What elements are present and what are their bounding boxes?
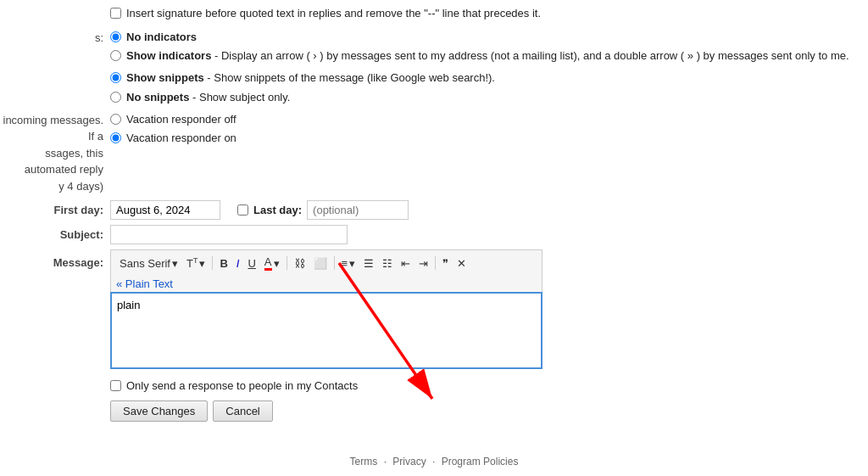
vacation-off-radio[interactable] [110,114,121,125]
ul-button[interactable]: ☰ [360,255,377,272]
message-content: Sans Serif ▾ TT ▾ B I U [110,249,868,372]
underline-icon: U [248,257,255,270]
ul-icon: ☰ [364,257,374,270]
only-send-checkbox-row[interactable]: Only send a response to people in my Con… [110,379,868,392]
link-button[interactable]: ⛓ [291,255,309,272]
font-family-button[interactable]: Sans Serif ▾ [116,255,181,272]
no-snippets-radio[interactable] [110,92,121,103]
vacation-side-label: incoming messages. If a ssages, this aut… [0,112,110,195]
vacation-on-label: Vacation responder on [126,131,236,146]
vacation-responder-section: incoming messages. If a ssages, this aut… [0,109,868,199]
snippets-content: Show snippets - Show snippets of the mes… [110,70,868,104]
plain-text-link[interactable]: « Plain Text [110,276,542,292]
remove-formatting-icon: ✕ [457,257,466,270]
align-icon: ≡ [342,257,348,270]
show-indicators-radio[interactable] [110,50,121,61]
bold-button[interactable]: B [216,255,231,272]
no-indicators-row: No indicators [110,30,868,45]
vacation-on-radio[interactable] [110,132,121,143]
align-arrow: ▾ [349,257,355,270]
bold-icon: B [220,257,227,270]
align-button[interactable]: ≡ ▾ [338,255,359,272]
snippets-radio-group: Show snippets - Show snippets of the mes… [110,70,868,104]
text-color-icon: A [264,255,272,271]
no-indicators-label: No indicators [126,30,197,45]
show-snippets-radio[interactable] [110,72,121,83]
outdent-button[interactable]: ⇤ [398,255,414,272]
image-button[interactable]: ⬜ [310,255,331,272]
italic-icon: I [236,257,240,270]
message-toolbar: Sans Serif ▾ TT ▾ B I U [110,249,542,276]
terms-link[interactable]: Terms [350,456,378,468]
remove-formatting-button[interactable]: ✕ [453,255,470,272]
only-send-content: Only send a response to people in my Con… [110,379,868,392]
indicators-section: s: No indicators Show indicators - Displ… [0,26,868,67]
top-bar: Insert signature before quoted text in r… [0,0,868,26]
snippets-label-col [0,70,110,104]
italic-button[interactable]: I [233,255,243,272]
snippets-section: Show snippets - Show snippets of the mes… [0,67,868,108]
underline-button[interactable]: U [244,255,259,272]
font-family-arrow: ▾ [172,257,178,270]
message-row: Message: Sans Serif ▾ TT ▾ B [0,247,868,374]
indent-button[interactable]: ⇥ [415,255,431,272]
text-color-button[interactable]: A ▾ [261,254,283,272]
privacy-link[interactable]: Privacy [392,456,426,468]
message-label: Message: [53,256,103,269]
footer: Terms · Privacy · Program Policies [0,456,868,468]
vacation-radio-group: Vacation responder off Vacation responde… [110,112,868,146]
first-last-day-row: First day: Last day: [0,198,868,222]
sep-2: · [432,456,435,468]
last-day-input[interactable] [307,200,409,220]
first-day-label-col: First day: [0,202,110,219]
subject-label: Subject: [60,228,103,241]
indicators-content: No indicators Show indicators - Display … [110,30,868,64]
cancel-button[interactable]: Cancel [213,400,272,422]
save-changes-button[interactable]: Save Changes [110,400,208,422]
font-family-label: Sans Serif [120,257,170,270]
button-content: Save Changes Cancel [110,400,868,422]
quote-icon: ❞ [442,257,448,270]
page-wrapper: Insert signature before quoted text in r… [0,0,868,476]
show-snippets-row: Show snippets - Show snippets of the mes… [110,70,868,86]
vacation-side-text3: y 4 days) [0,178,103,195]
message-editor[interactable]: plain [110,292,542,369]
show-indicators-label: Show indicators - Display an arrow ( › )… [126,48,849,64]
font-size-icon: TT [186,256,198,270]
insert-signature-label: Insert signature before quoted text in r… [126,7,541,20]
first-day-label: First day: [53,204,103,216]
indicators-label-col: s: [0,30,110,64]
subject-input[interactable] [110,225,348,244]
font-size-arrow: ▾ [199,257,205,270]
last-day-checkbox[interactable] [237,204,248,216]
link-icon: ⛓ [294,257,305,270]
show-snippets-label: Show snippets - Show snippets of the mes… [126,70,495,86]
no-snippets-row: No snippets - Show subject only. [110,90,868,105]
outdent-icon: ⇤ [401,257,410,270]
insert-signature-row[interactable]: Insert signature before quoted text in r… [110,7,868,20]
sep-1: · [384,456,387,468]
ol-button[interactable]: ☷ [379,255,396,272]
last-day-group: Last day: [237,200,409,220]
subject-label-col: Subject: [0,227,110,244]
quote-button[interactable]: ❞ [439,255,452,272]
separator-4 [435,256,436,270]
first-day-content: Last day: [110,200,868,220]
no-indicators-radio[interactable] [110,31,121,42]
program-policies-link[interactable]: Program Policies [442,456,519,468]
vacation-off-label: Vacation responder off [126,112,236,127]
font-size-button[interactable]: TT ▾ [183,255,209,272]
image-icon: ⬜ [314,257,327,270]
subject-row: Subject: [0,222,868,247]
vacation-side-text2: ssages, this automated reply [0,145,103,178]
vacation-side-text1: incoming messages. If a [0,112,103,145]
separator-3 [334,256,335,270]
vacation-off-row: Vacation responder off [110,112,868,127]
only-send-checkbox[interactable] [110,380,121,391]
indicators-side-label: s: [95,31,103,44]
indicators-radio-group: No indicators Show indicators - Display … [110,30,868,64]
insert-signature-checkbox[interactable] [110,8,121,19]
first-day-input[interactable] [110,200,220,220]
text-color-arrow: ▾ [274,257,280,270]
message-label-col: Message: [0,249,110,272]
